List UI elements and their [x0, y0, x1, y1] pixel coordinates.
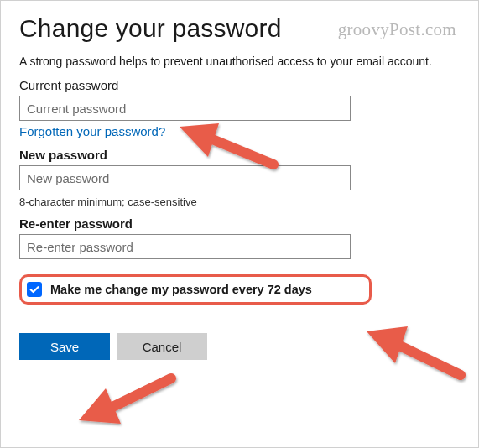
save-button[interactable]: Save	[19, 333, 110, 360]
button-row: Save Cancel	[19, 333, 460, 360]
cancel-button[interactable]: Cancel	[117, 333, 207, 360]
page-description: A strong password helps to prevent unaut…	[19, 55, 460, 68]
reenter-password-label: Re-enter password	[19, 216, 460, 231]
checkmark-icon	[29, 284, 40, 295]
new-password-input[interactable]	[19, 165, 351, 190]
force-change-row[interactable]: Make me change my password every 72 days	[19, 274, 372, 305]
forgot-password-link[interactable]: Forgotten your password?	[19, 124, 165, 138]
force-change-checkbox[interactable]	[27, 282, 42, 297]
current-password-input[interactable]	[19, 96, 351, 121]
new-password-label: New password	[19, 148, 460, 162]
reenter-password-input[interactable]	[19, 234, 351, 259]
force-change-label: Make me change my password every 72 days	[50, 283, 312, 296]
annotation-arrow-3	[72, 368, 181, 435]
password-hint: 8-character minimum; case-sensitive	[19, 195, 460, 208]
current-password-label: Current password	[19, 78, 460, 92]
watermark-text: groovyPost.com	[338, 19, 456, 40]
